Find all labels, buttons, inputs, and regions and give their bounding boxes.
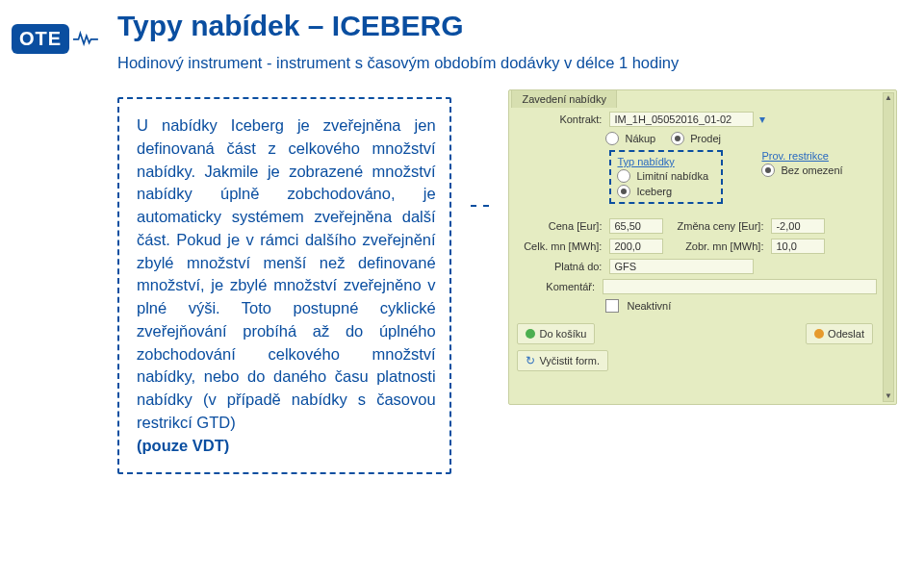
zmena-label: Změna ceny [Eur]: [667, 220, 767, 232]
komentar-field[interactable] [603, 279, 877, 294]
callout-paragraph: U nabídky Iceberg je zveřejněna jen defi… [137, 116, 436, 431]
zmena-field[interactable]: -2,00 [771, 218, 825, 234]
type-box: Typ nabídky Limitní nabídka Iceberg [609, 150, 723, 204]
zobr-label: Zobr. mn [MWh]: [667, 240, 767, 252]
send-icon [814, 329, 824, 339]
bez-omezeni-label: Bez omezení [781, 164, 842, 176]
scroll-down-icon[interactable]: ▼ [884, 391, 893, 401]
scrollbar[interactable]: ▲ ▼ [883, 92, 894, 402]
iceberg-radio[interactable] [617, 185, 630, 198]
do-kosiku-button[interactable]: Do košíku [517, 323, 595, 344]
pulse-icon [73, 30, 98, 47]
odeslat-button[interactable]: Odeslat [806, 323, 873, 344]
celk-field[interactable]: 200,0 [609, 239, 663, 254]
refresh-icon: ↻ [526, 354, 535, 367]
cena-field[interactable]: 65,50 [609, 218, 663, 234]
do-kosiku-label: Do košíku [539, 328, 586, 340]
nakup-radio[interactable] [605, 132, 619, 145]
order-form: Zavedení nabídky ▲ ▼ Kontrakt: IM_1H_050… [508, 89, 897, 405]
page-subtitle: Hodinový instrument - instrument s časov… [117, 54, 897, 72]
callout-connector [471, 205, 490, 209]
neaktivni-checkbox[interactable] [605, 299, 619, 313]
platna-label: Platná do: [517, 261, 605, 272]
callout-vdt-note: (pouze VDT) [137, 437, 229, 454]
vycistit-button[interactable]: ↻ Vyčistit form. [517, 350, 608, 371]
scroll-up-icon[interactable]: ▲ [884, 93, 893, 103]
celk-label: Celk. mn [MWh]: [517, 240, 605, 252]
iceberg-label: Iceberg [636, 186, 672, 197]
nakup-label: Nákup [625, 133, 655, 144]
vycistit-label: Vyčistit form. [539, 355, 600, 366]
odeslat-label: Odeslat [828, 328, 864, 340]
kontrakt-field[interactable]: IM_1H_05052016_01-02 [609, 112, 754, 127]
neaktivni-label: Neaktivní [627, 300, 671, 312]
zobr-field[interactable]: 10,0 [771, 239, 825, 254]
cena-label: Cena [Eur]: [517, 220, 605, 232]
prodej-label: Prodej [690, 133, 721, 144]
prov-restrikce-label: Prov. restrikce [761, 150, 828, 162]
typ-nabidky-link[interactable]: Typ nabídky [617, 156, 715, 167]
limitni-label: Limitní nabídka [636, 170, 708, 182]
dropdown-icon[interactable]: ▾ [759, 113, 765, 126]
komentar-label: Komentář: [517, 281, 599, 292]
plus-icon [526, 329, 535, 339]
form-tab[interactable]: Zavedení nabídky [511, 89, 616, 108]
iceberg-callout: U nabídky Iceberg je zveřejněna jen defi… [117, 97, 451, 474]
kontrakt-label: Kontrakt: [517, 113, 605, 125]
platna-field[interactable]: GFS [609, 259, 754, 274]
logo: OTE [12, 19, 98, 58]
limitni-radio[interactable] [617, 169, 630, 183]
prodej-radio[interactable] [671, 132, 684, 145]
page-title: Typy nabídek – ICEBERG [117, 10, 897, 42]
bez-omezeni-radio[interactable] [761, 164, 775, 177]
logo-text: OTE [12, 24, 69, 54]
